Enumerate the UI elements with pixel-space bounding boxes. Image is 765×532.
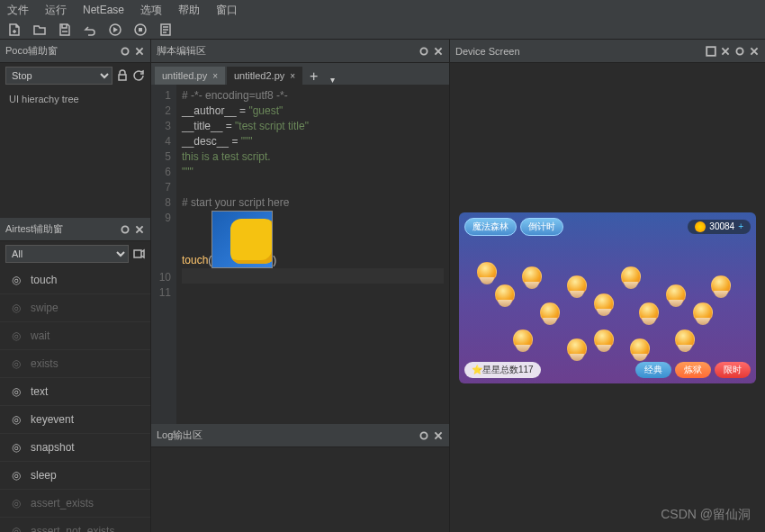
editor-title: 脚本编辑区 bbox=[157, 44, 206, 58]
level-node bbox=[639, 302, 659, 322]
save-icon[interactable] bbox=[58, 23, 72, 37]
settings-icon[interactable] bbox=[720, 46, 731, 57]
airtest-item-wait[interactable]: ◎wait bbox=[0, 322, 150, 350]
level-node bbox=[540, 302, 560, 322]
stop-icon[interactable] bbox=[133, 23, 148, 37]
minimize-icon[interactable] bbox=[418, 46, 429, 57]
tab-untitled2.py[interactable]: untitled2.py× bbox=[227, 67, 302, 85]
airtest-item-snapshot[interactable]: ◎snapshot bbox=[0, 434, 150, 462]
airtest-item-assert_exists[interactable]: ◎assert_exists bbox=[0, 490, 150, 518]
editor-panel-header: 脚本编辑区 bbox=[151, 40, 449, 63]
close-icon[interactable] bbox=[749, 46, 760, 57]
level-node bbox=[567, 275, 587, 295]
action-icon: ◎ bbox=[9, 524, 23, 532]
airtest-item-sleep[interactable]: ◎sleep bbox=[0, 462, 150, 490]
airtest-panel-header: Airtest辅助窗 bbox=[0, 218, 150, 241]
airtest-item-swipe[interactable]: ◎swipe bbox=[0, 294, 150, 322]
menu-window[interactable]: 窗口 bbox=[216, 3, 238, 18]
poco-mode-select[interactable]: Stop bbox=[5, 67, 112, 85]
game-screenshot: 魔法森林 倒计时 30084+ ⭐星星总数117 经典 炼狱 限时 bbox=[459, 212, 756, 383]
close-icon[interactable] bbox=[433, 46, 444, 57]
device-panel-header: Device Screen bbox=[450, 40, 765, 63]
editor-tabs: untitled.py×untitled2.py× + ▾ bbox=[151, 63, 449, 85]
svg-rect-8 bbox=[706, 47, 716, 56]
level-node bbox=[693, 302, 713, 322]
menu-help[interactable]: 帮助 bbox=[178, 3, 200, 18]
action-icon: ◎ bbox=[9, 273, 23, 287]
level-node bbox=[675, 329, 695, 349]
template-image[interactable] bbox=[212, 211, 273, 268]
airtest-item-text[interactable]: ◎text bbox=[0, 378, 150, 406]
action-icon: ◎ bbox=[9, 301, 23, 315]
level-node bbox=[594, 293, 614, 313]
level-node bbox=[621, 266, 641, 286]
action-icon: ◎ bbox=[9, 412, 23, 427]
watermark: CSDN @留仙洞 bbox=[661, 507, 751, 523]
menu-netease[interactable]: NetEase bbox=[83, 4, 124, 16]
minimize-icon[interactable] bbox=[418, 430, 429, 441]
svg-point-9 bbox=[736, 48, 742, 54]
poco-title: Poco辅助窗 bbox=[5, 44, 58, 58]
minimize-icon[interactable] bbox=[734, 46, 745, 57]
minimize-icon[interactable] bbox=[120, 46, 130, 57]
poco-panel-header: Poco辅助窗 bbox=[0, 40, 150, 63]
airtest-item-assert_not_exists[interactable]: ◎assert_not_exists bbox=[0, 518, 150, 532]
airtest-item-exists[interactable]: ◎exists bbox=[0, 350, 150, 378]
level-node bbox=[630, 338, 650, 358]
airtest-item-keyevent[interactable]: ◎keyevent bbox=[0, 406, 150, 434]
svg-rect-2 bbox=[139, 28, 142, 32]
device-title: Device Screen bbox=[455, 46, 520, 57]
airtest-filter-select[interactable]: All bbox=[5, 245, 129, 263]
svg-point-3 bbox=[122, 48, 128, 54]
level-node bbox=[513, 329, 533, 349]
add-tab-button[interactable]: + bbox=[304, 68, 323, 85]
airtest-title: Airtest辅助窗 bbox=[5, 222, 63, 236]
close-icon[interactable] bbox=[134, 224, 145, 235]
airtest-item-touch[interactable]: ◎touch bbox=[0, 266, 150, 294]
svg-point-4 bbox=[122, 226, 128, 232]
svg-point-7 bbox=[420, 432, 427, 438]
toolbar bbox=[0, 20, 765, 40]
level-node bbox=[711, 275, 731, 295]
action-icon: ◎ bbox=[9, 356, 23, 371]
menu-options[interactable]: 选项 bbox=[140, 3, 162, 18]
code-line: # -*- encoding=utf8 -*- bbox=[182, 89, 288, 102]
tab-untitled.py[interactable]: untitled.py× bbox=[155, 67, 225, 85]
svg-point-6 bbox=[420, 48, 427, 54]
action-icon: ◎ bbox=[9, 468, 23, 482]
mode-classic: 经典 bbox=[635, 362, 671, 378]
expand-icon[interactable] bbox=[706, 46, 716, 57]
record-icon[interactable] bbox=[132, 248, 145, 260]
level-node bbox=[666, 284, 686, 304]
svg-rect-5 bbox=[134, 250, 141, 257]
action-icon: ◎ bbox=[9, 329, 23, 343]
device-screen[interactable]: 魔法森林 倒计时 30084+ ⭐星星总数117 经典 炼狱 限时 bbox=[450, 63, 765, 532]
refresh-icon[interactable] bbox=[132, 69, 145, 82]
lock-icon[interactable] bbox=[116, 69, 129, 82]
close-icon[interactable] bbox=[433, 430, 444, 441]
undo-icon[interactable] bbox=[83, 23, 97, 37]
close-icon[interactable] bbox=[134, 46, 145, 57]
action-icon: ◎ bbox=[9, 384, 23, 399]
run-icon[interactable] bbox=[108, 23, 122, 37]
menu-file[interactable]: 文件 bbox=[7, 3, 29, 18]
minimize-icon[interactable] bbox=[120, 224, 130, 235]
menu-run[interactable]: 运行 bbox=[45, 3, 67, 18]
action-icon: ◎ bbox=[9, 496, 23, 510]
tab-close-icon[interactable]: × bbox=[290, 71, 295, 81]
level-node bbox=[522, 266, 542, 286]
tab-menu-icon[interactable]: ▾ bbox=[325, 75, 340, 85]
log-title: Log输出区 bbox=[157, 428, 202, 442]
open-file-icon[interactable] bbox=[32, 23, 47, 37]
mode-timed: 限时 bbox=[715, 362, 751, 378]
level-node bbox=[477, 262, 497, 282]
code-editor[interactable]: 1234567891011 # -*- encoding=utf8 -*- __… bbox=[151, 85, 449, 424]
report-icon[interactable] bbox=[158, 23, 173, 37]
tab-close-icon[interactable]: × bbox=[212, 71, 218, 81]
mode-hell: 炼狱 bbox=[675, 362, 711, 378]
hierarchy-label: UI hierachy tree bbox=[0, 88, 150, 110]
level-node bbox=[594, 329, 614, 349]
new-file-icon[interactable] bbox=[7, 23, 22, 37]
star-count: ⭐星星总数117 bbox=[464, 362, 541, 378]
level-node bbox=[495, 284, 515, 304]
